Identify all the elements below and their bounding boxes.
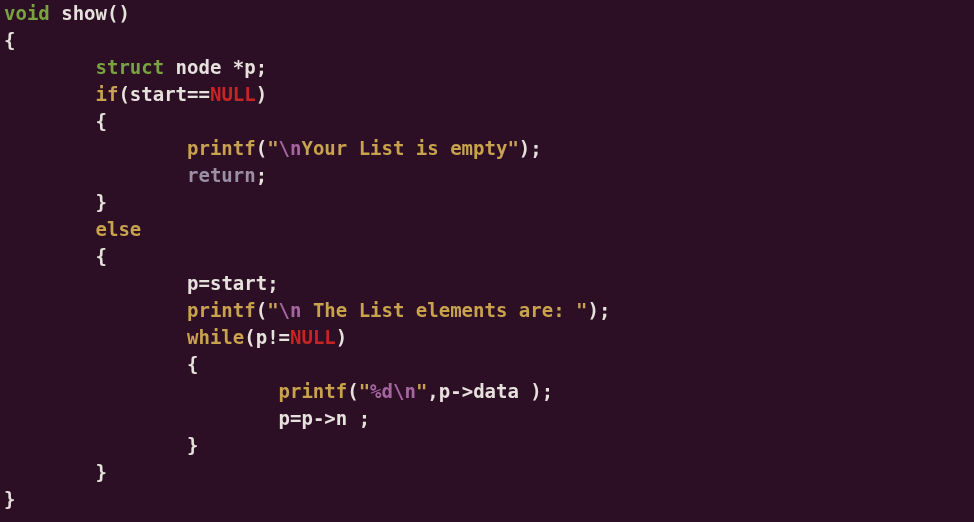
brace-open: { <box>187 353 198 375</box>
escape-n: \n <box>279 137 302 159</box>
call-printf: printf <box>187 137 256 159</box>
var-p: p <box>439 380 450 402</box>
brace-open: { <box>96 110 107 132</box>
keyword-void: void <box>4 2 50 24</box>
paren-open: ( <box>107 2 118 24</box>
string-text: Your List is empty <box>301 137 507 159</box>
semicolon: ; <box>542 380 553 402</box>
var-p: p <box>187 272 198 294</box>
paren-close: ) <box>118 2 129 24</box>
var-start: start <box>210 272 267 294</box>
escape-n: \n <box>279 299 302 321</box>
format-d: %d <box>370 380 393 402</box>
string-quote: " <box>507 137 518 159</box>
semicolon: ; <box>359 407 370 429</box>
paren-open: ( <box>256 137 267 159</box>
semicolon: ; <box>256 56 267 78</box>
space <box>347 407 358 429</box>
function-name: show <box>61 2 107 24</box>
keyword-while: while <box>187 326 244 348</box>
paren-close: ) <box>519 137 530 159</box>
string-text: The List elements are: <box>301 299 576 321</box>
comma: , <box>427 380 438 402</box>
call-printf: printf <box>187 299 256 321</box>
keyword-null: NULL <box>290 326 336 348</box>
paren-open: ( <box>118 83 129 105</box>
keyword-return: return <box>187 164 256 186</box>
paren-close: ) <box>530 380 541 402</box>
keyword-if: if <box>96 83 119 105</box>
var-p: p <box>279 407 290 429</box>
semicolon: ; <box>599 299 610 321</box>
op-arrow: -> <box>450 380 473 402</box>
string-quote: " <box>416 380 427 402</box>
brace-close: } <box>96 461 107 483</box>
var-start: start <box>130 83 187 105</box>
space <box>519 380 530 402</box>
keyword-null: NULL <box>210 83 256 105</box>
semicolon: ; <box>267 272 278 294</box>
op-neq: != <box>267 326 290 348</box>
star-op: * <box>233 56 244 78</box>
brace-close: } <box>187 434 198 456</box>
space <box>50 2 61 24</box>
paren-close: ) <box>587 299 598 321</box>
brace-close: } <box>4 488 15 510</box>
paren-open: ( <box>347 380 358 402</box>
string-quote: " <box>267 299 278 321</box>
paren-close: ) <box>336 326 347 348</box>
semicolon: ; <box>256 164 267 186</box>
string-quote: " <box>359 380 370 402</box>
var-p: p <box>244 56 255 78</box>
op-assign: = <box>290 407 301 429</box>
brace-open: { <box>4 29 15 51</box>
string-quote: " <box>267 137 278 159</box>
space <box>221 56 232 78</box>
escape-n: \n <box>393 380 416 402</box>
paren-open: ( <box>244 326 255 348</box>
member-n: n <box>336 407 347 429</box>
var-p: p <box>301 407 312 429</box>
brace-close: } <box>96 191 107 213</box>
call-printf: printf <box>279 380 348 402</box>
paren-open: ( <box>256 299 267 321</box>
string-quote: " <box>576 299 587 321</box>
op-eq: == <box>187 83 210 105</box>
keyword-else: else <box>96 218 142 240</box>
paren-close: ) <box>256 83 267 105</box>
op-arrow: -> <box>313 407 336 429</box>
semicolon: ; <box>530 137 541 159</box>
var-p: p <box>256 326 267 348</box>
op-assign: = <box>198 272 209 294</box>
type-node: node <box>176 56 222 78</box>
keyword-struct: struct <box>96 56 165 78</box>
code-block: void show() { struct node *p; if(start==… <box>0 0 974 513</box>
brace-open: { <box>96 245 107 267</box>
space <box>164 56 175 78</box>
member-data: data <box>473 380 519 402</box>
